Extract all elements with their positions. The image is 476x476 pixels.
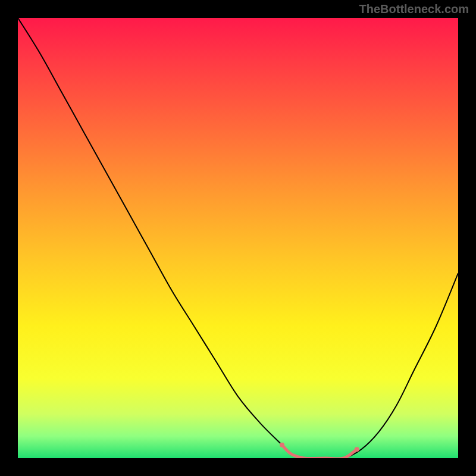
optimal-range-highlight [280,443,359,458]
bottleneck-curve-path [18,18,458,458]
chart-curve-layer [18,18,458,458]
svg-point-2 [355,447,359,452]
chart-plot-area [18,18,458,458]
svg-point-1 [280,443,284,447]
watermark-text: TheBottleneck.com [359,2,469,16]
